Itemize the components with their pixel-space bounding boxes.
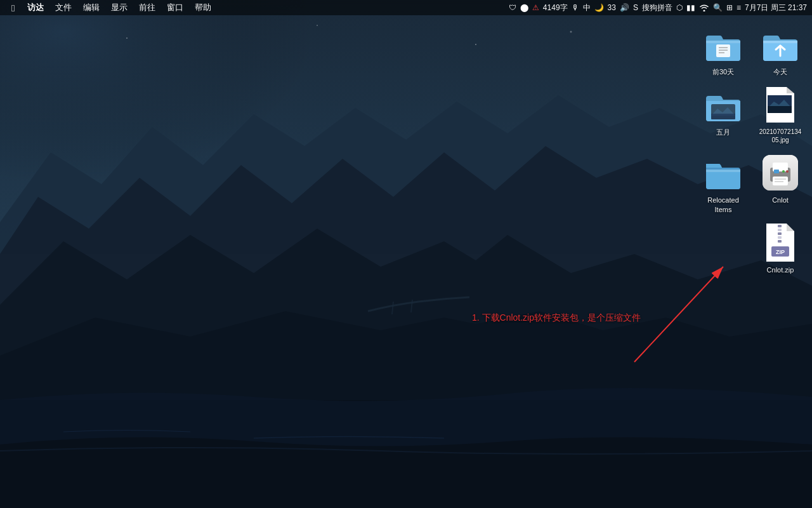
icon-cnlot-zip[interactable]: ZIP Cnlot.zip <box>755 220 806 277</box>
svg-rect-29 <box>778 232 782 235</box>
desktop-icons-container: 前30天 今天 <box>698 22 806 277</box>
cnlot-label: Cnlot <box>772 196 789 204</box>
cnlot-zip-icon-img: ZIP <box>760 222 801 263</box>
may-label: 五月 <box>716 128 730 137</box>
screenshot-doc-svg <box>763 86 798 124</box>
input-indicator: 中 <box>583 3 591 13</box>
svg-rect-31 <box>778 240 782 243</box>
svg-rect-27 <box>778 225 782 227</box>
search-icon[interactable]: 🔍 <box>713 3 723 12</box>
word-count: 4149字 <box>543 3 568 13</box>
may-icon-img <box>703 84 743 125</box>
volume-icon: 🔊 <box>620 3 629 12</box>
prev30days-icon-img <box>703 24 743 65</box>
cnlot-icon-img <box>760 152 801 193</box>
menubar-left:  访达 文件 编辑 显示 前往 窗口 帮助 <box>5 1 216 15</box>
help-menu[interactable]: 帮助 <box>190 1 216 15</box>
svg-rect-28 <box>778 229 782 231</box>
cnlot-zip-svg: ZIP <box>763 222 798 263</box>
screenshot-label: 20210707213405.jpg <box>757 128 803 144</box>
icon-row-2: 五月 20210707213405.jpg <box>698 82 806 147</box>
input-method-label[interactable]: 搜狗拼音 <box>642 3 672 13</box>
svg-rect-21 <box>773 177 788 185</box>
edit-menu[interactable]: 编辑 <box>78 1 105 15</box>
annotation-text: 1. 下载Cnlot.zip软件安装包，是个压缩文件 <box>472 312 641 323</box>
menubar-right: 🛡 ⬤ ⚠ 4149字 🎙 中 🌙 33 🔊 S 搜狗拼音 ⬡ ▮▮ <box>509 3 807 13</box>
cnlot-zip-label: Cnlot.zip <box>767 265 794 274</box>
prev30days-label: 前30天 <box>712 67 734 76</box>
control-center-icon[interactable]: ⊞ <box>726 3 733 12</box>
icon-row-3: Relocated Items <box>698 150 806 217</box>
relocated-icon-img <box>703 152 743 193</box>
svg-point-25 <box>782 170 785 173</box>
mountain-overlay <box>0 0 812 508</box>
may-folder-svg <box>704 87 743 123</box>
notification-icon[interactable]: ≡ <box>737 3 741 12</box>
icon-row-1: 前30天 今天 <box>698 22 806 79</box>
icon-row-4: ZIP Cnlot.zip <box>698 220 806 277</box>
today-folder-svg <box>761 27 800 62</box>
icon-may[interactable]: 五月 <box>698 82 749 147</box>
icon-prev30days[interactable]: 前30天 <box>698 22 749 79</box>
menubar:  访达 文件 编辑 显示 前往 窗口 帮助 🛡 ⬤ ⚠ 4149字 🎙 中 🌙… <box>0 0 812 15</box>
icon-relocated-items[interactable]: Relocated Items <box>698 150 749 217</box>
apple-menu[interactable]:  <box>5 1 21 15</box>
relocated-items-label: Relocated Items <box>700 196 746 214</box>
file-menu[interactable]: 文件 <box>50 1 77 15</box>
svg-rect-16 <box>768 106 792 113</box>
icon-cnlot[interactable]: Cnlot <box>755 150 806 217</box>
datetime: 7月7日 周三 21:37 <box>745 3 807 13</box>
prev30days-folder-svg <box>704 27 743 62</box>
screenshot-icon-img <box>760 84 801 125</box>
battery-icon: ▮▮ <box>686 3 695 12</box>
svg-point-26 <box>786 170 789 173</box>
sougou-icon[interactable]: S <box>633 3 638 12</box>
relocated-folder-svg <box>704 155 743 190</box>
svg-rect-9 <box>716 44 730 57</box>
today-label: 今天 <box>773 67 787 76</box>
svg-rect-14 <box>711 114 735 119</box>
bluetooth-icon: ⬡ <box>676 3 683 12</box>
today-icon-img <box>760 24 801 65</box>
svg-rect-30 <box>778 236 782 239</box>
annotation-container: 1. 下载Cnlot.zip软件安装包，是个压缩文件 <box>472 312 641 324</box>
app-name-menu[interactable]: 访达 <box>22 1 49 15</box>
view-menu[interactable]: 显示 <box>106 1 133 15</box>
alert-icon: ⚠ <box>532 3 539 12</box>
battery-percent: 33 <box>608 3 616 12</box>
icon-today[interactable]: 今天 <box>755 22 806 79</box>
wifi-icon <box>699 4 709 11</box>
shield-status-icon: 🛡 <box>509 3 516 12</box>
svg-rect-24 <box>774 170 779 173</box>
window-menu[interactable]: 窗口 <box>162 1 188 15</box>
moon-icon: 🌙 <box>594 3 604 12</box>
svg-text:ZIP: ZIP <box>776 249 785 255</box>
go-menu[interactable]: 前往 <box>134 1 160 15</box>
mic-icon: 🎙 <box>572 3 579 12</box>
cnlot-app-svg <box>761 154 799 192</box>
circle-status-icon: ⬤ <box>520 3 528 12</box>
icon-screenshot[interactable]: 20210707213405.jpg <box>755 82 806 147</box>
